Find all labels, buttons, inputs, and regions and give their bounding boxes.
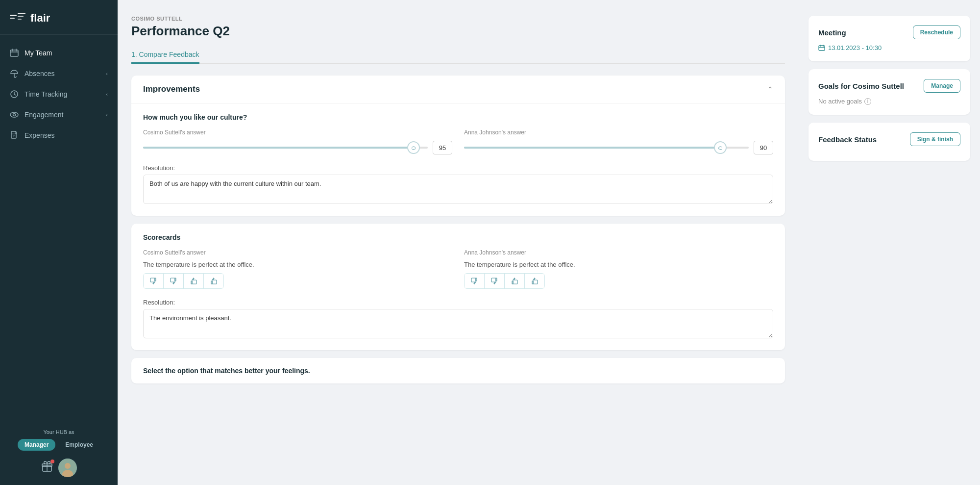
improvements-resolution-label: Resolution: [143, 164, 773, 172]
reschedule-button[interactable]: Reschedule [913, 26, 960, 39]
svg-rect-17 [175, 278, 176, 281]
thumbs-up-2-icon [531, 277, 539, 285]
scorecards-section: Scorecards Cosimo Suttell's answer The t… [131, 224, 785, 350]
scorecards-resolution-textarea[interactable] [143, 309, 773, 338]
sidebar-item-engagement-label: Engagement [24, 111, 63, 119]
scorecards-anna-col: Anna Johnson's answer The temperature is… [464, 249, 773, 289]
absences-chevron-icon: ‹ [106, 71, 108, 77]
anna-reaction-1[interactable] [465, 274, 485, 288]
sidebar-item-expenses-label: Expenses [24, 131, 54, 139]
svg-rect-21 [496, 278, 497, 281]
sidebar-item-absences[interactable]: Absences ‹ [0, 63, 118, 84]
cosimo-reaction-3[interactable] [184, 274, 204, 288]
right-panel: Meeting Reschedule 13.01.2023 - 10:30 Go… [799, 0, 980, 485]
sidebar-item-my-team-label: My Team [24, 49, 52, 57]
sidebar-item-expenses[interactable]: Expenses [0, 125, 118, 146]
cosimo-slider-track[interactable]: ☺ [143, 147, 428, 149]
scorecards-cosimo-label: Cosimo Suttell's answer [143, 249, 452, 256]
meeting-title: Meeting [818, 28, 846, 37]
scorecards-title: Scorecards [143, 233, 773, 241]
scorecards-cosimo-col: Cosimo Suttell's answer The temperature … [143, 249, 452, 289]
no-goals-text: No active goals i [818, 98, 960, 105]
anna-reaction-2[interactable] [485, 274, 505, 288]
clock-icon [10, 90, 19, 99]
svg-rect-23 [532, 281, 533, 284]
calendar-small-icon [818, 45, 825, 51]
hub-manager-button[interactable]: Manager [18, 439, 55, 451]
improvements-resolution-textarea[interactable] [143, 175, 773, 204]
anna-reaction-4[interactable] [525, 274, 544, 288]
avatar[interactable] [58, 459, 77, 477]
time-tracking-chevron-icon: ‹ [106, 91, 108, 97]
breadcrumb: COSIMO SUTTELL [131, 16, 785, 22]
notifications-icon-container[interactable] [41, 460, 53, 475]
thumbs-down-2-icon [490, 277, 498, 285]
anna-slider-fill [464, 147, 720, 149]
goals-info-icon[interactable]: i [864, 98, 871, 105]
tab-compare-feedback[interactable]: 1. Compare Feedback [131, 47, 199, 64]
svg-rect-24 [819, 46, 825, 51]
svg-rect-20 [476, 278, 477, 281]
content-area: COSIMO SUTTELL Performance Q2 1. Compare… [118, 0, 799, 485]
cosimo-reaction-group [143, 273, 224, 289]
svg-rect-3 [18, 16, 24, 17]
improvements-answers: Cosimo Suttell's answer ☺ 95 Anna Johnso… [143, 129, 773, 154]
manage-goals-button[interactable]: Manage [924, 79, 960, 93]
cosimo-reaction-4[interactable] [204, 274, 223, 288]
anna-slider-thumb[interactable]: ☺ [714, 141, 727, 154]
scorecards-anna-label: Anna Johnson's answer [464, 249, 773, 256]
umbrella-icon [10, 69, 19, 78]
sidebar: flair My Team Absences ‹ [0, 0, 118, 485]
meeting-card-header: Meeting Reschedule [818, 26, 960, 39]
cosimo-reaction-2[interactable] [164, 274, 184, 288]
feedback-status-title: Feedback Status [818, 135, 877, 144]
hub-label: Your HUB as [10, 429, 108, 435]
file-icon [10, 131, 19, 140]
improvements-title: Improvements [143, 84, 200, 94]
svg-rect-22 [512, 281, 513, 284]
thumbs-up-outline-2-icon [511, 277, 518, 285]
bottom-section: Select the option that matches better yo… [131, 358, 785, 383]
scorecards-anna-text: The temperature is perfect at the office… [464, 261, 773, 268]
goals-card: Goals for Cosimo Suttell Manage No activ… [808, 69, 970, 115]
svg-rect-18 [191, 281, 192, 284]
goals-title: Goals for Cosimo Suttell [818, 82, 904, 90]
cosimo-slider-value: 95 [433, 141, 452, 154]
main-content: COSIMO SUTTELL Performance Q2 1. Compare… [118, 0, 980, 485]
sidebar-item-time-tracking[interactable]: Time Tracking ‹ [0, 84, 118, 104]
sidebar-nav: My Team Absences ‹ Time Tracking ‹ [0, 39, 118, 421]
improvements-section: Improvements ⌃ How much you like our cul… [131, 76, 785, 216]
sidebar-bottom: Your HUB as Manager Employee [0, 421, 118, 485]
improvements-section-header[interactable]: Improvements ⌃ [131, 76, 785, 103]
scorecards-cosimo-text: The temperature is perfect at the office… [143, 261, 452, 268]
svg-point-14 [65, 463, 71, 469]
bottom-question: Select the option that matches better yo… [131, 358, 785, 383]
notification-dot [50, 459, 54, 463]
cosimo-slider-row: ☺ 95 [143, 141, 452, 154]
anna-answer-col: Anna Johnson's answer ☺ 90 [464, 129, 773, 154]
sidebar-item-engagement[interactable]: Engagement ‹ [0, 104, 118, 125]
cosimo-slider-thumb[interactable]: ☺ [407, 141, 420, 154]
cosimo-reaction-1[interactable] [144, 274, 164, 288]
anna-reaction-3[interactable] [505, 274, 525, 288]
tab-row: 1. Compare Feedback [131, 47, 785, 64]
sidebar-item-my-team[interactable]: My Team [0, 43, 118, 63]
thumbs-down-icon [170, 277, 177, 285]
scorecards-resolution-label: Resolution: [143, 299, 773, 306]
hub-employee-button[interactable]: Employee [58, 439, 100, 451]
svg-rect-2 [18, 13, 25, 14]
improvements-body: How much you like our culture? Cosimo Su… [131, 103, 785, 216]
thumbs-down-outline-2-icon [470, 277, 478, 285]
sign-finish-button[interactable]: Sign & finish [910, 132, 960, 146]
anna-answer-label: Anna Johnson's answer [464, 129, 773, 136]
svg-rect-1 [10, 18, 15, 19]
calendar-icon [10, 49, 19, 57]
scorecards-body: Scorecards Cosimo Suttell's answer The t… [131, 224, 785, 350]
cosimo-slider-fill [143, 147, 414, 149]
meeting-date: 13.01.2023 - 10:30 [818, 44, 960, 51]
hub-buttons: Manager Employee [10, 439, 108, 451]
svg-rect-19 [211, 281, 212, 284]
anna-slider-track[interactable]: ☺ [464, 147, 749, 149]
avatar-row [10, 459, 108, 477]
svg-rect-0 [10, 15, 17, 16]
